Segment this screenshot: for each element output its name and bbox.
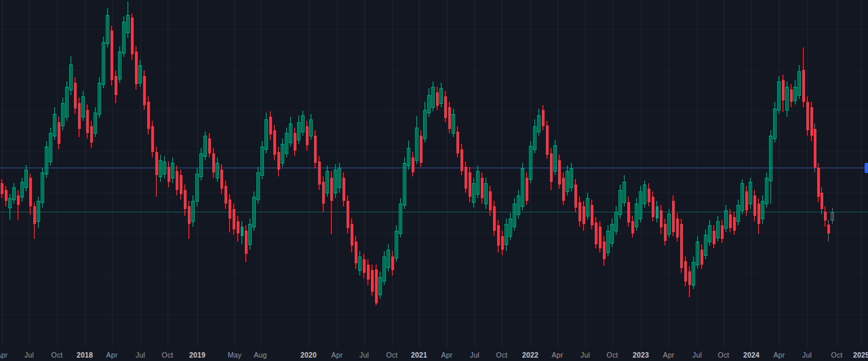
time-axis-month-label: Jul — [684, 351, 711, 359]
down-candle-body — [229, 200, 231, 218]
down-candle-body — [817, 168, 820, 197]
down-candle-body — [578, 202, 581, 221]
down-candle-body — [1, 183, 3, 194]
down-candle-body — [269, 117, 272, 134]
time-axis-month-label: Jul — [793, 351, 821, 359]
down-candle-body — [224, 186, 227, 204]
down-candle-body — [546, 126, 549, 155]
down-candle-body — [806, 102, 809, 130]
down-candle-body — [17, 195, 20, 205]
down-candle-body — [29, 178, 32, 206]
down-candle-body — [306, 126, 309, 145]
down-candle-body — [86, 110, 89, 133]
down-candle-body — [180, 175, 182, 194]
time-axis-month-label: Oct — [378, 351, 406, 359]
down-candle-body — [595, 223, 597, 244]
down-candle-body — [648, 189, 650, 202]
down-candle-body — [790, 90, 793, 102]
down-candle-body — [627, 202, 630, 223]
down-candle-body — [135, 52, 138, 84]
down-candle-body — [237, 221, 239, 233]
time-axis-year-label: 2024 — [738, 351, 765, 359]
time-axis-month-label: Jul — [572, 351, 599, 359]
down-candle-body — [188, 206, 191, 224]
time-axis-month-label: Oct — [823, 351, 850, 359]
down-candle-body — [115, 76, 117, 95]
down-candle-body — [562, 178, 565, 201]
down-candle-body — [481, 178, 484, 198]
down-candle-body — [827, 225, 830, 233]
up-candle-body — [656, 206, 658, 218]
time-axis-month-label: Oct — [488, 351, 515, 359]
down-candle-body — [603, 242, 606, 259]
down-candle-body — [501, 236, 504, 250]
down-candle-body — [314, 136, 317, 163]
down-candle-body — [147, 102, 150, 129]
down-candle-body — [330, 178, 333, 201]
time-axis-month-label: Apr — [98, 351, 125, 359]
down-candle-body — [489, 191, 492, 210]
down-candle-body — [721, 225, 724, 239]
candlestick-chart[interactable]: AprJulOct2018AprJulOct2019MayAug2020AprJ… — [0, 0, 868, 361]
down-candle-body — [391, 256, 394, 270]
down-candle-body — [688, 271, 691, 285]
down-candle-body — [155, 152, 158, 175]
time-axis-month-label: Apr — [323, 351, 351, 359]
down-candle-body — [810, 107, 813, 136]
down-candle-body — [684, 261, 687, 282]
down-candle-body — [5, 190, 7, 201]
down-candle-body — [375, 269, 378, 303]
down-candle-body — [660, 210, 663, 227]
down-candle-body — [465, 167, 467, 189]
down-candle-body — [220, 170, 223, 189]
time-axis-month-label: Oct — [154, 351, 181, 359]
down-candle-body — [558, 160, 561, 185]
time-axis-year-label: 2022 — [517, 351, 544, 359]
down-candle-body — [814, 129, 816, 168]
down-candle-body — [631, 221, 634, 233]
down-candle-body — [676, 218, 679, 238]
down-candle-body — [363, 259, 366, 273]
down-candle-body — [208, 138, 211, 153]
down-candle-body — [574, 185, 577, 208]
down-candle-body — [318, 162, 321, 185]
time-axis[interactable]: AprJulOct2018AprJulOct2019MayAug2020AprJ… — [0, 349, 868, 361]
time-axis-year-label: 2021 — [406, 351, 433, 359]
down-candle-body — [782, 80, 785, 100]
down-candle-body — [550, 153, 553, 182]
down-candle-body — [294, 133, 296, 151]
price-line-tag — [865, 163, 868, 173]
time-axis-month-label: Apr — [0, 351, 16, 359]
time-axis-year-label: 2018 — [71, 351, 98, 359]
down-candle-body — [245, 231, 248, 254]
down-candle-body — [701, 250, 703, 265]
down-candle-body — [745, 191, 748, 210]
time-axis-month-label: Apr — [544, 351, 571, 359]
chart-canvas[interactable] — [0, 0, 868, 361]
down-candle-body — [342, 178, 345, 201]
down-candle-body — [436, 92, 439, 106]
down-candle-body — [821, 193, 823, 209]
down-candle-body — [448, 107, 451, 129]
down-candle-body — [802, 70, 805, 102]
down-candle-body — [33, 206, 36, 224]
time-axis-month-label: Apr — [766, 351, 793, 359]
horizontal-grid-layer — [0, 30, 868, 315]
down-candle-body — [680, 224, 683, 268]
down-candle-body — [90, 126, 93, 142]
time-axis-year-label: 2023 — [627, 351, 654, 359]
time-axis-month-label: Apr — [433, 351, 460, 359]
time-axis-month-label: Jul — [16, 351, 43, 359]
down-candle-body — [351, 224, 353, 246]
down-candle-body — [111, 31, 113, 80]
time-axis-month-label: May — [221, 351, 248, 359]
down-candle-body — [599, 227, 601, 248]
time-axis-month-label: Oct — [43, 351, 71, 359]
time-axis-month-label: Oct — [710, 351, 737, 359]
down-candle-body — [131, 18, 134, 54]
down-candle-body — [729, 214, 732, 228]
down-candle-body — [371, 270, 374, 292]
time-axis-month-label: Jul — [127, 351, 154, 359]
down-candle-body — [824, 212, 827, 221]
time-axis-month-label: Jul — [351, 351, 378, 359]
